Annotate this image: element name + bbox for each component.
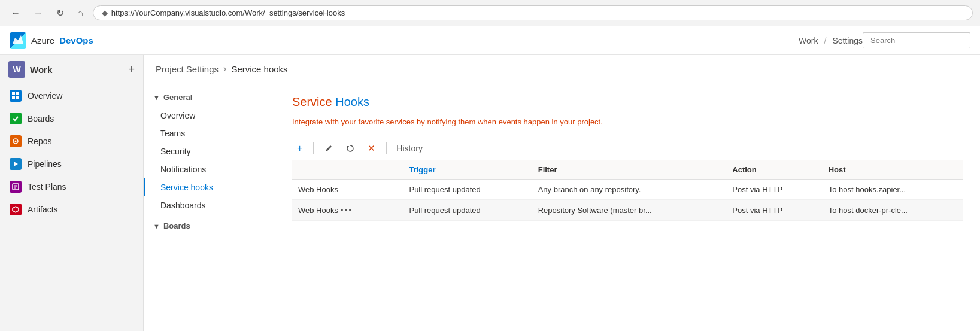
sidebar-label-artifacts: Artifacts <box>28 205 58 214</box>
row1-action: Post via HTTP <box>726 180 822 200</box>
overview-icon <box>10 90 22 102</box>
hooks-table: Trigger Filter Action Host <box>292 160 963 221</box>
settings-item-security[interactable]: Security <box>144 142 275 160</box>
add-project-button[interactable]: + <box>128 63 135 76</box>
settings-item-dashboards[interactable]: Dashboards <box>144 196 275 214</box>
content-body: ▼ General Overview Teams Security Notifi… <box>144 83 980 331</box>
forward-button[interactable]: → <box>30 5 47 21</box>
svg-marker-12 <box>13 207 19 212</box>
refresh-hook-button[interactable] <box>341 142 359 155</box>
svg-rect-2 <box>16 92 19 95</box>
settings-boards-section: ▼ Boards <box>144 217 275 235</box>
url-text: https://YourCompany.visualstudio.com/Wor… <box>111 8 345 17</box>
sidebar-item-pipelines[interactable]: Pipelines <box>0 153 143 175</box>
brand[interactable]: Azure DevOps <box>10 32 93 49</box>
brand-azure-text: Azure <box>31 35 54 45</box>
sidebar: W Work + Overview Boards Repos <box>0 55 144 331</box>
breadcrumb: Project Settings › Service hooks <box>144 55 980 83</box>
svg-marker-7 <box>14 162 18 166</box>
settings-item-overview[interactable]: Overview <box>144 107 275 124</box>
settings-section-general[interactable]: ▼ General <box>144 88 275 107</box>
row1-filter: Any branch on any repository. <box>532 180 727 200</box>
row2-type: Web Hooks ••• <box>292 200 403 221</box>
sidebar-item-boards[interactable]: Boards <box>0 107 143 130</box>
sidebar-label-overview: Overview <box>28 91 62 101</box>
sidebar-header: W Work + <box>0 55 143 84</box>
settings-item-teams[interactable]: Teams <box>144 124 275 142</box>
nav-sep: / <box>824 36 827 45</box>
col-header-trigger: Trigger <box>403 160 532 180</box>
sidebar-label-pipelines: Pipelines <box>28 159 62 169</box>
settings-nav: ▼ General Overview Teams Security Notifi… <box>144 83 275 331</box>
col-header-filter: Filter <box>532 160 727 180</box>
chevron-down-icon: ▼ <box>153 94 160 101</box>
page-title: Service Hooks <box>292 95 963 109</box>
sidebar-item-testplans[interactable]: Test Plans <box>0 175 143 198</box>
refresh-button[interactable]: ↻ <box>53 5 68 21</box>
nav-work[interactable]: Work <box>799 36 818 45</box>
project-icon: W <box>8 61 25 78</box>
artifacts-icon <box>10 204 22 215</box>
app-body: W Work + Overview Boards Repos <box>0 55 980 331</box>
delete-hook-button[interactable]: ✕ <box>363 141 380 156</box>
sidebar-label-boards: Boards <box>28 114 54 123</box>
row2-action: Post via HTTP <box>726 200 822 221</box>
testplans-icon <box>10 181 22 193</box>
row2-filter: Repository Software (master br... <box>532 200 727 221</box>
settings-item-notifications[interactable]: Notifications <box>144 160 275 178</box>
sidebar-label-testplans: Test Plans <box>28 182 66 192</box>
service-hooks-panel: Service Hooks Integrate with your favori… <box>275 83 980 331</box>
search-input[interactable] <box>863 32 970 48</box>
row1-trigger: Pull request updated <box>403 180 532 200</box>
col-header-type <box>292 160 403 180</box>
svg-rect-4 <box>16 96 19 99</box>
title-service: Service <box>292 95 332 108</box>
row2-trigger: Pull request updated <box>403 200 532 221</box>
top-nav-breadcrumb: Work / Settings <box>799 36 863 45</box>
toolbar-sep-2 <box>386 142 387 154</box>
chevron-down-boards-icon: ▼ <box>153 223 160 230</box>
settings-section-boards[interactable]: ▼ Boards <box>144 217 275 235</box>
back-button[interactable]: ← <box>7 5 24 21</box>
lock-icon: ◆ <box>102 8 108 17</box>
settings-item-service-hooks[interactable]: Service hooks <box>144 178 275 196</box>
add-hook-button[interactable]: + <box>292 141 307 156</box>
breadcrumb-parent[interactable]: Project Settings <box>156 64 219 74</box>
table-row[interactable]: Web Hooks ••• Pull request updated Repos… <box>292 200 963 221</box>
table-row[interactable]: Web Hooks Pull request updated Any branc… <box>292 180 963 200</box>
boards-icon <box>10 113 22 124</box>
toolbar-sep-1 <box>313 142 314 154</box>
sidebar-item-overview[interactable]: Overview <box>0 84 143 107</box>
browser-chrome: ← → ↻ ⌂ ◆ https://YourCompany.visualstud… <box>0 0 980 26</box>
svg-rect-1 <box>12 92 15 95</box>
svg-marker-0 <box>13 35 23 44</box>
row2-dots: ••• <box>341 205 353 215</box>
sidebar-item-repos[interactable]: Repos <box>0 130 143 153</box>
table-header-row: Trigger Filter Action Host <box>292 160 963 180</box>
brand-icon <box>10 32 26 49</box>
breadcrumb-current: Service hooks <box>231 64 287 74</box>
sidebar-label-repos: Repos <box>28 136 51 146</box>
col-header-host: Host <box>823 160 963 180</box>
settings-boards-label: Boards <box>163 221 190 230</box>
address-bar[interactable]: ◆ https://YourCompany.visualstudio.com/W… <box>93 5 973 20</box>
pipelines-icon <box>10 158 22 170</box>
main-content: Project Settings › Service hooks ▼ Gener… <box>144 55 980 331</box>
history-link[interactable]: History <box>393 142 426 154</box>
sidebar-item-artifacts[interactable]: Artifacts <box>0 198 143 221</box>
project-name: Work <box>30 65 52 75</box>
edit-hook-button[interactable] <box>320 142 338 155</box>
row1-host: To host hooks.zapier... <box>823 180 963 200</box>
top-nav: Azure DevOps Work / Settings <box>0 26 980 55</box>
svg-rect-3 <box>12 96 15 99</box>
settings-general-label: General <box>163 93 192 102</box>
home-button[interactable]: ⌂ <box>74 5 87 21</box>
col-header-action: Action <box>726 160 822 180</box>
subtitle: Integrate with your favorite services by… <box>292 117 963 126</box>
title-hooks: Hooks <box>332 95 369 108</box>
nav-settings[interactable]: Settings <box>832 36 863 45</box>
row2-host: To host docker-pr-cle... <box>823 200 963 221</box>
brand-devops-text: DevOps <box>59 35 93 45</box>
breadcrumb-separator: › <box>223 63 226 74</box>
repos-icon <box>10 135 22 147</box>
